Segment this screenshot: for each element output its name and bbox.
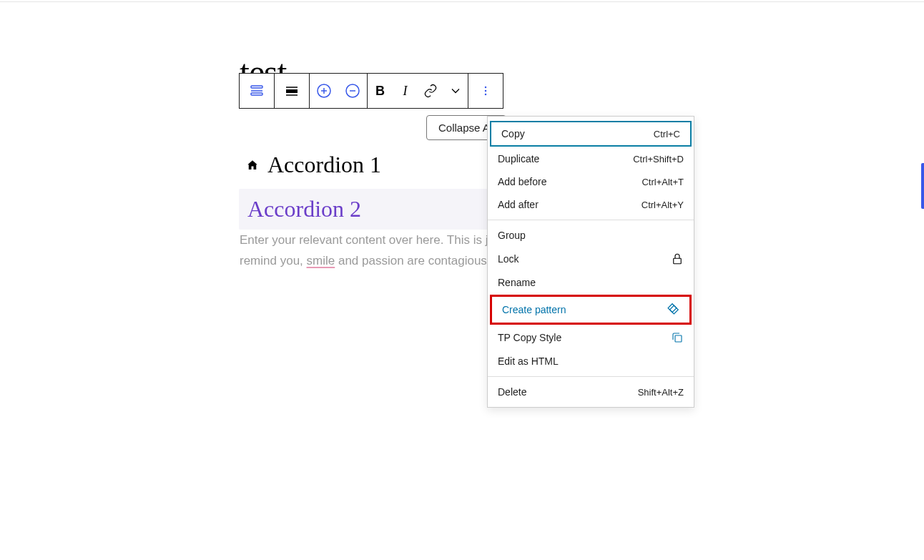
menu-item-label: Add after (498, 199, 539, 210)
plus-icon (315, 82, 333, 99)
link-button[interactable] (418, 74, 443, 108)
kebab-icon (478, 84, 493, 98)
block-type-button[interactable] (240, 74, 274, 108)
menu-item-label: TP Copy Style (498, 332, 561, 343)
toolbar-group-2 (275, 74, 310, 108)
menu-item-tp-copy-style[interactable]: TP Copy Style (488, 325, 694, 350)
italic-icon: I (403, 84, 408, 99)
menu-item-add-before[interactable]: Add before Ctrl+Alt+T (488, 170, 694, 193)
menu-item-shortcut: Ctrl+Alt+Y (642, 200, 684, 210)
menu-section-2: Group Lock Rename Create pattern TP Copy… (488, 220, 694, 377)
copy-icon (671, 331, 684, 344)
context-menu: Copy Ctrl+C Duplicate Ctrl+Shift+D Add b… (487, 116, 694, 408)
toolbar-group-3 (310, 74, 368, 108)
content-line1: Enter your relevant content over here. T… (240, 233, 495, 247)
svg-rect-16 (669, 305, 678, 314)
menu-section-3: Delete Shift+Alt+Z (488, 377, 694, 407)
svg-rect-14 (674, 258, 682, 264)
menu-item-label: Add before (498, 176, 547, 187)
svg-rect-17 (675, 335, 682, 342)
align-icon (283, 82, 300, 99)
accordion-1-label: Accordion 1 (267, 152, 381, 178)
block-type-icon (248, 82, 265, 99)
menu-item-shortcut: Ctrl+C (654, 129, 680, 139)
menu-section-1: Copy Ctrl+C Duplicate Ctrl+Shift+D Add b… (488, 117, 694, 220)
toolbar-group-4: B I (368, 74, 468, 108)
chevron-down-icon (448, 84, 463, 98)
block-toolbar: B I (239, 73, 503, 109)
content-smile: smile (307, 254, 335, 267)
svg-point-12 (485, 90, 487, 92)
menu-item-shortcut: Ctrl+Alt+T (642, 177, 684, 187)
menu-item-add-after[interactable]: Add after Ctrl+Alt+Y (488, 193, 694, 216)
menu-item-label: Copy (501, 128, 525, 139)
menu-item-label: Create pattern (502, 304, 566, 315)
toolbar-group-5 (468, 74, 503, 108)
toolbar-group-1 (240, 74, 275, 108)
menu-item-label: Edit as HTML (498, 355, 559, 367)
add-button[interactable] (310, 74, 338, 108)
lock-icon (671, 252, 684, 265)
link-icon (423, 84, 438, 98)
svg-point-13 (485, 94, 487, 96)
menu-item-delete[interactable]: Delete Shift+Alt+Z (488, 380, 694, 403)
menu-item-copy[interactable]: Copy Ctrl+C (490, 121, 692, 147)
more-format-button[interactable] (443, 74, 468, 108)
menu-item-shortcut: Ctrl+Shift+D (633, 154, 684, 164)
page-top-border (0, 0, 924, 2)
svg-rect-2 (251, 93, 262, 95)
remove-button[interactable] (338, 74, 367, 108)
minus-icon (344, 82, 361, 99)
menu-item-create-pattern[interactable]: Create pattern (490, 295, 692, 325)
svg-point-11 (485, 87, 487, 89)
align-button[interactable] (275, 74, 309, 108)
content-line2-after: and passion are contagious, b (335, 254, 501, 267)
right-side-tab[interactable] (921, 163, 924, 209)
menu-item-label: Duplicate (498, 153, 539, 164)
more-options-button[interactable] (468, 74, 503, 108)
menu-item-lock[interactable]: Lock (488, 247, 694, 271)
menu-item-label: Group (498, 230, 526, 241)
menu-item-edit-html[interactable]: Edit as HTML (488, 350, 694, 373)
bold-icon: B (375, 84, 385, 99)
menu-item-label: Delete (498, 386, 526, 398)
accordion-1[interactable]: Accordion 1 (246, 152, 381, 178)
pattern-icon (665, 303, 679, 317)
menu-item-group[interactable]: Group (488, 224, 694, 247)
svg-rect-15 (668, 304, 677, 313)
bold-button[interactable]: B (368, 74, 393, 108)
svg-rect-4 (286, 89, 298, 93)
italic-button[interactable]: I (393, 74, 418, 108)
menu-item-duplicate[interactable]: Duplicate Ctrl+Shift+D (488, 147, 694, 170)
menu-item-shortcut: Shift+Alt+Z (638, 387, 684, 398)
home-icon (246, 159, 259, 172)
svg-rect-0 (251, 86, 262, 88)
menu-item-label: Rename (498, 277, 536, 288)
menu-item-rename[interactable]: Rename (488, 271, 694, 294)
menu-item-label: Lock (498, 253, 519, 265)
content-line2-before: remind you, (240, 254, 307, 267)
